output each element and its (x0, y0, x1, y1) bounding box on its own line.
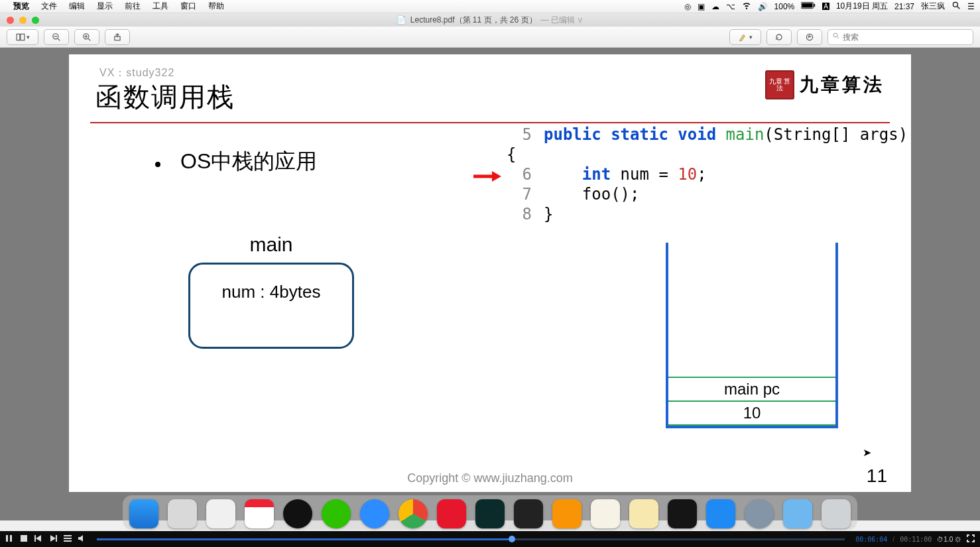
dock-app-sublime[interactable] (552, 499, 582, 528)
dock-app-weibo[interactable] (437, 499, 466, 528)
window-edited-indicator[interactable]: — 已编辑 ∨ (541, 15, 584, 26)
zoom-in-button[interactable] (74, 29, 99, 45)
menu-tools[interactable]: 工具 (153, 1, 168, 12)
menu-app[interactable]: 预览 (13, 1, 29, 12)
dock-app-wechat[interactable] (322, 499, 351, 528)
wifi-icon[interactable] (742, 1, 751, 12)
dock (123, 495, 857, 530)
title-rule (90, 122, 890, 123)
frame-name: main (188, 233, 354, 256)
video-player-bar: 00:06:04 / 00:11:00 ⏱1.0 ⚙ (0, 531, 980, 547)
volume-icon[interactable]: 🔊 (758, 2, 768, 11)
toolbar: ▾ ▾ (0, 27, 980, 48)
bullet-text: OS中栈的应用 (180, 147, 317, 176)
svg-rect-5 (17, 34, 20, 40)
close-window-button[interactable] (7, 17, 14, 24)
spotlight-icon[interactable] (951, 1, 961, 12)
svg-rect-27 (64, 535, 72, 536)
dock-app-calendar[interactable] (245, 499, 274, 528)
time-total: 00:11:00 (900, 536, 932, 543)
volume-button[interactable] (78, 534, 86, 544)
seal-icon: 九章 算法 (765, 70, 794, 99)
svg-line-9 (58, 38, 60, 40)
dock-app-safari[interactable] (168, 499, 197, 528)
menubar-user[interactable]: 张三疯 (921, 1, 945, 12)
svg-rect-21 (10, 535, 12, 542)
progress-track[interactable] (97, 538, 845, 540)
zoom-out-button[interactable] (44, 29, 69, 45)
svg-rect-29 (64, 540, 72, 542)
markup-button[interactable] (797, 29, 822, 45)
svg-marker-30 (78, 535, 83, 542)
playlist-button[interactable] (64, 534, 72, 544)
minimize-window-button[interactable] (19, 17, 27, 24)
frame-content: num : 4bytes (222, 282, 321, 302)
highlight-button[interactable]: ▾ (729, 29, 761, 45)
brand-logo: 九章 算法 九章算法 (765, 70, 885, 99)
share-button[interactable] (105, 29, 130, 45)
svg-line-17 (837, 37, 839, 39)
menubar-date[interactable]: 10月19日 周五 (836, 1, 888, 12)
svg-point-3 (953, 2, 957, 7)
stack-cell: main pc (668, 377, 835, 402)
svg-point-16 (833, 33, 837, 37)
svg-rect-1 (802, 3, 813, 7)
battery-pct: 100% (774, 2, 795, 11)
dock-app-pycharm[interactable] (475, 499, 505, 528)
dock-app-generic[interactable] (745, 499, 774, 528)
dock-app-mail[interactable] (206, 499, 235, 528)
play-pause-button[interactable] (5, 534, 13, 544)
current-line-arrow-icon (472, 167, 501, 188)
dock-app-notes[interactable] (629, 499, 658, 528)
svg-rect-2 (814, 3, 816, 6)
svg-line-13 (88, 38, 90, 40)
search-input[interactable] (843, 32, 969, 42)
menubar-time[interactable]: 21:37 (894, 2, 914, 11)
status-icon[interactable]: A (822, 3, 829, 10)
battery-icon[interactable] (801, 2, 816, 11)
menu-go[interactable]: 前往 (125, 1, 141, 12)
menu-help[interactable]: 帮助 (208, 1, 224, 12)
status-icon[interactable]: ☁ (711, 2, 719, 11)
zoom-window-button[interactable] (32, 17, 39, 24)
notifications-icon[interactable]: ☰ (967, 2, 975, 11)
svg-rect-20 (6, 535, 8, 542)
playback-rate[interactable]: ⏱1.0 ⚙ (937, 536, 961, 543)
svg-rect-26 (56, 535, 57, 542)
fullscreen-button[interactable] (967, 534, 975, 544)
dock-app-zoom[interactable] (360, 499, 389, 528)
status-icon[interactable]: ▣ (698, 2, 705, 11)
svg-line-4 (957, 7, 960, 9)
prev-button[interactable] (34, 534, 42, 544)
progress-knob[interactable] (509, 536, 515, 542)
rotate-button[interactable] (766, 29, 792, 45)
dock-app-qq[interactable] (283, 499, 312, 528)
stop-button[interactable] (20, 534, 28, 544)
status-icon[interactable]: ◎ (684, 2, 691, 11)
menu-window[interactable]: 窗口 (180, 1, 196, 12)
menu-file[interactable]: 文件 (41, 1, 57, 12)
code-block: 5public static void main(String[] args) … (507, 125, 911, 224)
menubar: 预览 文件 编辑 显示 前往 工具 窗口 帮助 ◎ ▣ ☁ ⌥ 🔊 100% A… (0, 0, 980, 13)
dock-app-upload[interactable] (706, 499, 735, 528)
search-field[interactable] (827, 29, 973, 45)
menu-view[interactable]: 显示 (97, 1, 113, 12)
cursor-icon: ➤ (863, 446, 871, 459)
dock-app-chrome[interactable] (398, 499, 428, 528)
dock-app-terminal[interactable] (668, 499, 697, 528)
svg-rect-28 (64, 538, 72, 539)
dock-app-trash[interactable] (822, 499, 851, 528)
window-title: Lecture8.pdf（第 11 页，共 26 页） (410, 15, 537, 26)
stack-diagram: main pc 10 (666, 243, 838, 428)
svg-rect-6 (21, 34, 25, 40)
document-viewport[interactable]: VX：study322 函数调用栈 九章 算法 九章算法 OS中栈的应用 5pu… (0, 48, 980, 520)
stack-frame-diagram: main num : 4bytes (188, 233, 354, 349)
dock-app-folder[interactable] (783, 499, 812, 528)
status-icon[interactable]: ⌥ (726, 2, 735, 11)
dock-app-photos[interactable] (591, 499, 620, 528)
next-button[interactable] (49, 534, 57, 544)
view-mode-button[interactable]: ▾ (7, 29, 38, 45)
dock-app-finder[interactable] (129, 499, 158, 528)
menu-edit[interactable]: 编辑 (69, 1, 85, 12)
dock-app-unity[interactable] (514, 499, 543, 528)
